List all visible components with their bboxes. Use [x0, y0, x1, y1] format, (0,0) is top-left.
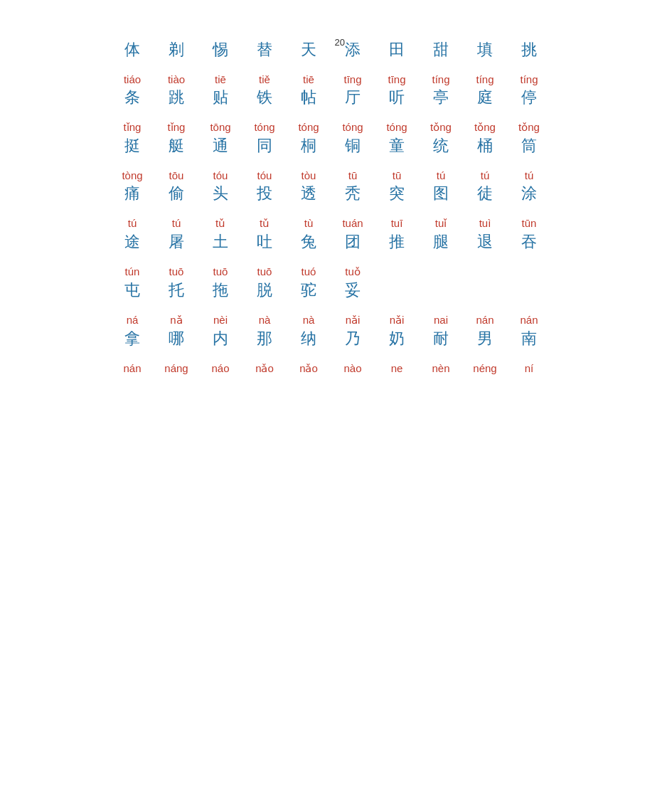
- pinyin-cell-7-5: tuán: [331, 217, 375, 229]
- pinyin-cell-1-9: tíng: [507, 73, 551, 85]
- page: 20 体剃惕替天添田甜填挑tiáotiàotiētiětiētīngtīngtí…: [0, 0, 672, 416]
- pinyin-cell-1-0: tiáo: [110, 73, 154, 85]
- hanzi-cell-6-8: 徒: [463, 183, 507, 204]
- hanzi-cell-6-3: 投: [242, 183, 287, 204]
- hanzi-cell-12-6: 奶: [375, 328, 419, 349]
- pinyin-cell-7-0: tú: [110, 217, 154, 229]
- hanzi-cell-4-9: 筒: [507, 135, 551, 157]
- hanzi-cell-8-2: 土: [198, 231, 242, 253]
- hanzi-row-2: 条跳贴铁帖厅听亭庭停: [110, 87, 562, 108]
- pinyin-cell-5-7: tú: [419, 169, 463, 181]
- hanzi-cell-2-5: 厅: [331, 87, 375, 108]
- pinyin-cell-11-8: nán: [463, 314, 507, 326]
- hanzi-cell-8-0: 途: [110, 231, 154, 253]
- pinyin-cell-1-2: tiē: [198, 73, 242, 85]
- pinyin-cell-11-5: nǎi: [331, 314, 375, 327]
- hanzi-cell-8-9: 吞: [507, 231, 551, 253]
- hanzi-row-12: 拿哪内那纳乃奶耐男南: [110, 328, 562, 349]
- pinyin-cell-1-4: tiē: [287, 73, 331, 85]
- hanzi-cell-12-0: 拿: [110, 328, 154, 349]
- hanzi-cell-12-2: 内: [198, 328, 242, 349]
- pinyin-cell-11-2: nèi: [198, 314, 242, 326]
- pinyin-cell-13-6: ne: [375, 362, 419, 374]
- hanzi-cell-0-6: 田: [375, 39, 419, 60]
- hanzi-cell-4-4: 桐: [287, 135, 331, 157]
- hanzi-cell-0-9: 挑: [507, 39, 551, 60]
- pinyin-cell-5-5: tū: [331, 169, 375, 181]
- pinyin-cell-1-5: tīng: [331, 73, 375, 85]
- hanzi-cell-8-1: 屠: [154, 231, 198, 253]
- pinyin-cell-7-4: tù: [287, 217, 331, 229]
- hanzi-cell-8-6: 推: [375, 231, 419, 253]
- pinyin-cell-13-8: néng: [463, 362, 507, 374]
- pinyin-cell-13-3: nǎo: [242, 362, 287, 375]
- hanzi-cell-2-2: 贴: [198, 87, 242, 108]
- pinyin-cell-3-9: tǒng: [507, 121, 551, 134]
- pinyin-cell-7-8: tuì: [463, 217, 507, 229]
- pinyin-cell-3-6: tóng: [375, 121, 419, 133]
- pinyin-cell-9-5: tuǒ: [331, 265, 375, 278]
- pinyin-cell-5-1: tōu: [154, 169, 198, 181]
- hanzi-cell-6-1: 偷: [154, 183, 198, 204]
- pinyin-cell-1-7: tíng: [419, 73, 463, 85]
- pinyin-cell-5-8: tú: [463, 169, 507, 181]
- pinyin-cell-11-9: nán: [507, 314, 551, 326]
- pinyin-cell-7-3: tǔ: [242, 217, 287, 230]
- pinyin-cell-9-2: tuō: [198, 265, 242, 277]
- hanzi-cell-12-3: 那: [242, 328, 287, 349]
- hanzi-cell-2-0: 条: [110, 87, 154, 108]
- pinyin-cell-13-1: náng: [154, 362, 198, 374]
- pinyin-cell-9-1: tuō: [154, 265, 198, 277]
- pinyin-cell-11-0: ná: [110, 314, 154, 326]
- hanzi-cell-12-9: 南: [507, 328, 551, 349]
- pinyin-cell-11-6: nǎi: [375, 314, 419, 327]
- pinyin-row-13: nánnángnáonǎonǎonàonenènnéngní: [110, 362, 562, 375]
- hanzi-cell-4-3: 同: [242, 135, 287, 157]
- hanzi-cell-12-7: 耐: [419, 328, 463, 349]
- hanzi-cell-2-7: 亭: [419, 87, 463, 108]
- pinyin-cell-5-2: tóu: [198, 169, 242, 181]
- pinyin-cell-1-1: tiào: [154, 73, 198, 85]
- pinyin-cell-3-8: tǒng: [463, 121, 507, 134]
- pinyin-row-11: nánǎnèinànànǎinǎinainánnán: [110, 314, 562, 327]
- hanzi-row-8: 途屠土吐兔团推腿退吞: [110, 231, 562, 253]
- hanzi-row-6: 痛偷头投透秃突图徒涂: [110, 183, 562, 204]
- pinyin-cell-3-1: tǐng: [154, 121, 198, 134]
- pinyin-cell-5-4: tòu: [287, 169, 331, 181]
- hanzi-cell-6-5: 秃: [331, 183, 375, 204]
- pinyin-cell-7-2: tǔ: [198, 217, 242, 230]
- pinyin-cell-13-4: nǎo: [287, 362, 331, 375]
- pinyin-cell-7-6: tuī: [375, 217, 419, 229]
- hanzi-cell-4-5: 铜: [331, 135, 375, 157]
- hanzi-cell-10-2: 拖: [198, 280, 242, 301]
- hanzi-cell-6-6: 突: [375, 183, 419, 204]
- pinyin-row-3: tǐngtǐngtōngtóngtóngtóngtóngtǒngtǒngtǒng: [110, 121, 562, 134]
- hanzi-cell-0-3: 替: [242, 39, 287, 60]
- hanzi-cell-8-5: 团: [331, 231, 375, 253]
- pinyin-cell-3-0: tǐng: [110, 121, 154, 134]
- hanzi-cell-6-9: 涂: [507, 183, 551, 204]
- pinyin-cell-3-7: tǒng: [419, 121, 463, 134]
- pinyin-cell-7-1: tú: [154, 217, 198, 229]
- hanzi-cell-6-4: 透: [287, 183, 331, 204]
- pinyin-cell-7-9: tūn: [507, 217, 551, 229]
- pinyin-cell-11-4: nà: [287, 314, 331, 326]
- page-number: 20: [335, 37, 345, 48]
- pinyin-cell-13-7: nèn: [419, 362, 463, 374]
- hanzi-cell-4-0: 挺: [110, 135, 154, 157]
- pinyin-cell-11-3: nà: [242, 314, 287, 326]
- hanzi-cell-10-5: 妥: [331, 280, 375, 301]
- pinyin-cell-3-4: tóng: [287, 121, 331, 133]
- pinyin-cell-9-0: tún: [110, 265, 154, 277]
- hanzi-cell-10-3: 脱: [242, 280, 287, 301]
- hanzi-cell-12-8: 男: [463, 328, 507, 349]
- hanzi-cell-2-6: 听: [375, 87, 419, 108]
- hanzi-cell-4-8: 桶: [463, 135, 507, 157]
- hanzi-cell-2-1: 跳: [154, 87, 198, 108]
- pinyin-cell-3-3: tóng: [242, 121, 287, 133]
- pinyin-cell-11-7: nai: [419, 314, 463, 326]
- pinyin-cell-5-9: tú: [507, 169, 551, 181]
- hanzi-cell-10-4: 驼: [287, 280, 331, 301]
- hanzi-cell-8-4: 兔: [287, 231, 331, 253]
- pinyin-cell-9-3: tuō: [242, 265, 287, 277]
